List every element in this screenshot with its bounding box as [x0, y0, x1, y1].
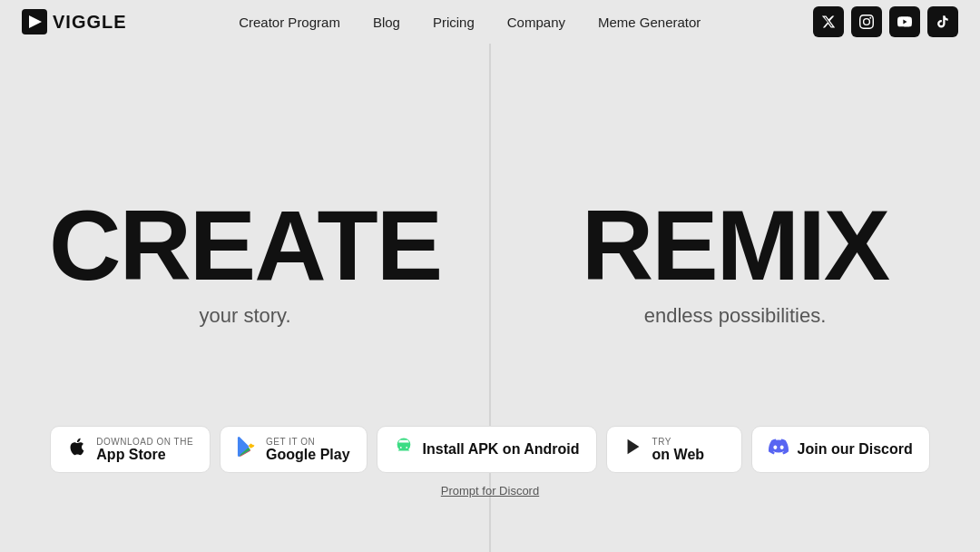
- web-small-label: Try: [652, 437, 671, 447]
- nav-meme-generator[interactable]: Meme Generator: [598, 15, 701, 30]
- logo-text: VIGGLE: [53, 12, 127, 33]
- apple-icon: [67, 437, 87, 462]
- install-apk-text: Install APK on Android: [423, 441, 580, 458]
- instagram-icon[interactable]: [851, 6, 882, 37]
- x-twitter-icon[interactable]: [813, 6, 844, 37]
- nav-creator-program[interactable]: Creator Program: [239, 15, 340, 30]
- action-buttons-group: Download on the App Store GET IT ON Go: [50, 426, 929, 473]
- create-subtext: your story.: [199, 304, 290, 328]
- remix-subtext: endless possibilities.: [644, 304, 827, 328]
- main-content: CREATE your story. REMIX endless possibi…: [0, 44, 980, 552]
- action-bar: Download on the App Store GET IT ON Go: [0, 426, 980, 498]
- discord-main-label: Join our Discord: [798, 441, 913, 458]
- header: VIGGLE Creator Program Blog Pricing Comp…: [0, 0, 980, 44]
- nav-pricing[interactable]: Pricing: [433, 15, 475, 30]
- create-heading: CREATE: [49, 195, 441, 295]
- android-icon: [394, 437, 414, 462]
- google-play-small-label: GET IT ON: [266, 437, 315, 447]
- try-web-button[interactable]: Try on Web: [606, 426, 742, 473]
- social-icons-group: [813, 6, 958, 37]
- nav-blog[interactable]: Blog: [373, 15, 400, 30]
- web-text: Try on Web: [652, 437, 704, 463]
- discord-button[interactable]: Join our Discord: [751, 426, 930, 473]
- app-store-button[interactable]: Download on the App Store: [50, 426, 211, 473]
- svg-marker-2: [627, 439, 639, 455]
- remix-heading: REMIX: [582, 195, 888, 295]
- youtube-icon[interactable]: [889, 6, 920, 37]
- prompt-discord-link[interactable]: Prompt for Discord: [441, 484, 539, 498]
- install-apk-main-label: Install APK on Android: [423, 441, 580, 458]
- google-play-button[interactable]: GET IT ON Google Play: [220, 426, 367, 473]
- tiktok-icon[interactable]: [927, 6, 958, 37]
- discord-icon: [769, 437, 789, 462]
- main-nav: Creator Program Blog Pricing Company Mem…: [239, 15, 701, 30]
- google-play-text: GET IT ON Google Play: [266, 437, 349, 463]
- web-main-label: on Web: [652, 447, 704, 463]
- google-play-main-label: Google Play: [266, 447, 349, 463]
- install-apk-button[interactable]: Install APK on Android: [377, 426, 597, 473]
- logo[interactable]: VIGGLE: [22, 9, 127, 34]
- app-store-main-label: App Store: [96, 447, 165, 463]
- app-store-text: Download on the App Store: [96, 437, 193, 463]
- app-store-small-label: Download on the: [96, 437, 193, 447]
- web-icon: [623, 437, 643, 462]
- discord-text: Join our Discord: [798, 441, 913, 458]
- google-play-icon: [237, 437, 257, 462]
- nav-company[interactable]: Company: [507, 15, 565, 30]
